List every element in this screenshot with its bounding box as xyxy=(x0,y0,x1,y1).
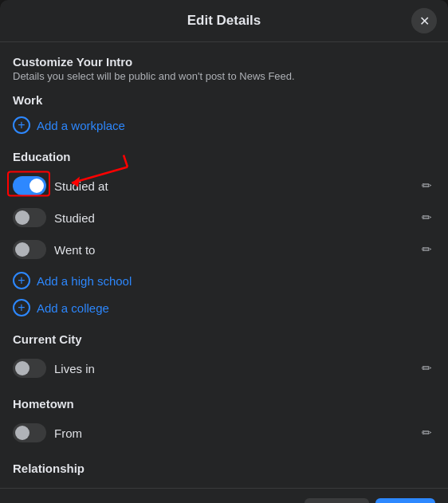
modal-header: Edit Details ✕ xyxy=(0,0,448,42)
edit-details-modal: Edit Details ✕ Customize Your Intro Deta… xyxy=(0,0,448,503)
lives-in-toggle[interactable] xyxy=(13,359,46,378)
studied-at-slider xyxy=(13,176,46,195)
work-section: Work + Add a workplace xyxy=(13,93,435,137)
modal-body: Customize Your Intro Details you select … xyxy=(0,42,448,488)
current-city-section: Current City Lives in ✏ xyxy=(13,332,435,384)
studied-slider xyxy=(13,208,46,227)
add-workplace-plus-icon: + xyxy=(13,116,30,134)
add-workplace-link[interactable]: + Add a workplace xyxy=(13,113,435,137)
hometown-heading: Hometown xyxy=(13,397,435,411)
went-to-slider xyxy=(13,240,46,259)
studied-label: Studied xyxy=(54,211,95,225)
from-slider xyxy=(13,423,46,442)
work-heading: Work xyxy=(13,93,435,107)
from-label: From xyxy=(54,426,82,440)
from-row: From ✏ xyxy=(13,417,435,449)
studied-at-toggle[interactable] xyxy=(13,176,46,195)
save-button[interactable]: Save xyxy=(375,498,435,503)
hometown-section: Hometown From ✏ xyxy=(13,397,435,449)
lives-in-slider xyxy=(13,359,46,378)
went-to-toggle[interactable] xyxy=(13,240,46,259)
lives-in-row: Lives in ✏ xyxy=(13,352,435,384)
lives-in-edit-icon[interactable]: ✏ xyxy=(419,358,435,379)
from-toggle[interactable] xyxy=(13,423,46,442)
add-college-label: Add a college xyxy=(37,301,109,315)
went-to-label: Went to xyxy=(54,243,95,257)
lives-in-label: Lives in xyxy=(54,362,95,375)
cancel-button[interactable]: Cancel xyxy=(305,498,369,503)
add-college-plus-icon: + xyxy=(13,299,30,316)
relationship-section: Relationship xyxy=(13,462,435,475)
went-to-row-left: Went to xyxy=(13,240,95,259)
studied-edit-icon[interactable]: ✏ xyxy=(419,207,435,228)
current-city-heading: Current City xyxy=(13,332,435,346)
intro-title: Customize Your Intro xyxy=(13,55,435,69)
add-college-link[interactable]: + Add a college xyxy=(13,296,435,320)
studied-at-row: Studied at ✏ xyxy=(13,170,435,202)
went-to-edit-icon[interactable]: ✏ xyxy=(419,239,435,260)
from-edit-icon[interactable]: ✏ xyxy=(419,422,435,443)
add-high-school-link[interactable]: + Add a high school xyxy=(13,269,435,293)
add-workplace-label: Add a workplace xyxy=(37,119,125,132)
studied-row: Studied ✏ xyxy=(13,202,435,234)
education-heading: Education xyxy=(13,150,435,163)
education-section: Education Studied at ✏ xyxy=(13,150,435,320)
studied-toggle[interactable] xyxy=(13,208,46,227)
modal-footer: Update Your Information Cancel Save xyxy=(0,488,448,503)
studied-at-row-left: Studied at xyxy=(13,176,108,195)
studied-at-label: Studied at xyxy=(54,179,108,193)
add-high-school-plus-icon: + xyxy=(13,272,30,289)
lives-in-row-left: Lives in xyxy=(13,359,95,378)
add-high-school-label: Add a high school xyxy=(37,274,132,288)
intro-subtitle: Details you select will be public and wo… xyxy=(13,70,435,82)
footer-buttons: Cancel Save xyxy=(305,498,435,503)
modal-title: Edit Details xyxy=(187,13,261,29)
close-button[interactable]: ✕ xyxy=(411,8,437,33)
intro-section: Customize Your Intro Details you select … xyxy=(13,55,435,82)
studied-row-left: Studied xyxy=(13,208,95,227)
studied-at-edit-icon[interactable]: ✏ xyxy=(419,175,435,196)
went-to-row: Went to ✏ xyxy=(13,234,435,265)
from-row-left: From xyxy=(13,423,82,442)
relationship-heading: Relationship xyxy=(13,462,435,475)
